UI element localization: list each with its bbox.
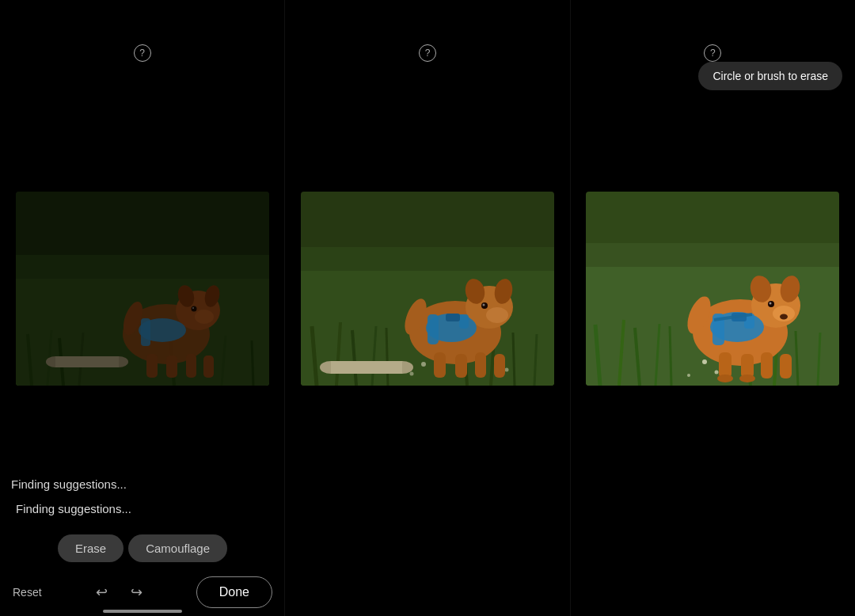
done-button-1[interactable]: Done	[196, 576, 272, 608]
svg-rect-81	[494, 354, 505, 378]
svg-rect-75	[459, 314, 469, 329]
svg-point-105	[780, 314, 788, 319]
svg-rect-45	[166, 356, 177, 378]
redo-button-1[interactable]: ↪	[122, 578, 150, 606]
panels-container: ?	[0, 0, 855, 616]
photo-area-2	[285, 87, 569, 489]
svg-point-95	[715, 370, 719, 374]
svg-point-104	[770, 302, 772, 304]
erase-button-1[interactable]: Erase	[58, 534, 124, 562]
help-icon-2[interactable]: ?	[419, 44, 436, 62]
photo-area-1	[0, 87, 284, 489]
svg-rect-46	[186, 354, 196, 378]
svg-line-89	[670, 326, 671, 386]
svg-point-39	[191, 306, 196, 311]
panel-1-controls: Finding suggestions... Erase Camouflage …	[0, 489, 285, 616]
photo-frame-2	[301, 192, 554, 386]
svg-point-117	[739, 375, 755, 382]
photo-dog-scene-3	[586, 192, 839, 386]
svg-line-30	[252, 340, 253, 386]
svg-rect-33	[55, 356, 119, 367]
camouflage-button-1[interactable]: Camouflage	[128, 534, 227, 562]
svg-rect-76	[446, 314, 460, 321]
svg-rect-65	[331, 361, 402, 374]
photo-dog-scene-2	[301, 192, 554, 386]
svg-point-72	[482, 303, 484, 306]
photo-frame-3	[586, 192, 839, 386]
svg-rect-115	[780, 354, 792, 378]
photo-frame-1	[16, 192, 269, 386]
tooltip-text: Circle or brush to erase	[712, 70, 828, 82]
svg-rect-80	[475, 352, 486, 378]
finding-text-1: Finding suggestions...	[16, 502, 131, 515]
panel-1: ?	[0, 0, 285, 616]
svg-line-58	[513, 333, 515, 386]
help-icon-1[interactable]: ?	[134, 44, 151, 62]
svg-rect-47	[203, 356, 214, 378]
photo-area-3	[571, 87, 855, 489]
svg-point-62	[504, 367, 508, 371]
panel-3: ? Circle or brush to erase	[571, 0, 855, 616]
svg-point-116	[717, 375, 733, 382]
svg-rect-114	[761, 352, 773, 378]
svg-point-40	[192, 307, 194, 309]
panel-2: ?	[285, 0, 570, 616]
photo-dog-scene-1	[16, 192, 269, 386]
undo-button-1[interactable]: ↩	[87, 578, 116, 606]
svg-point-94	[702, 359, 707, 364]
help-icon-3[interactable]: ?	[704, 44, 721, 62]
pill-row-1: Erase Camouflage	[58, 534, 227, 562]
action-row-1: Reset ↩ ↪ Done	[0, 576, 285, 608]
svg-line-55	[386, 328, 388, 386]
svg-point-97	[687, 374, 690, 377]
svg-rect-78	[434, 352, 446, 378]
svg-rect-42	[141, 318, 150, 346]
icon-group-1: ↩ ↪	[87, 578, 150, 606]
svg-rect-79	[455, 354, 467, 378]
svg-rect-74	[428, 314, 439, 344]
svg-rect-44	[146, 354, 158, 378]
svg-point-61	[409, 371, 413, 375]
tooltip-panel-3: Circle or brush to erase	[698, 62, 842, 90]
svg-point-60	[421, 362, 426, 367]
svg-point-70	[486, 307, 508, 323]
reset-button-1[interactable]: Reset	[13, 586, 42, 599]
svg-point-38	[195, 310, 214, 324]
home-indicator-1	[103, 610, 182, 613]
